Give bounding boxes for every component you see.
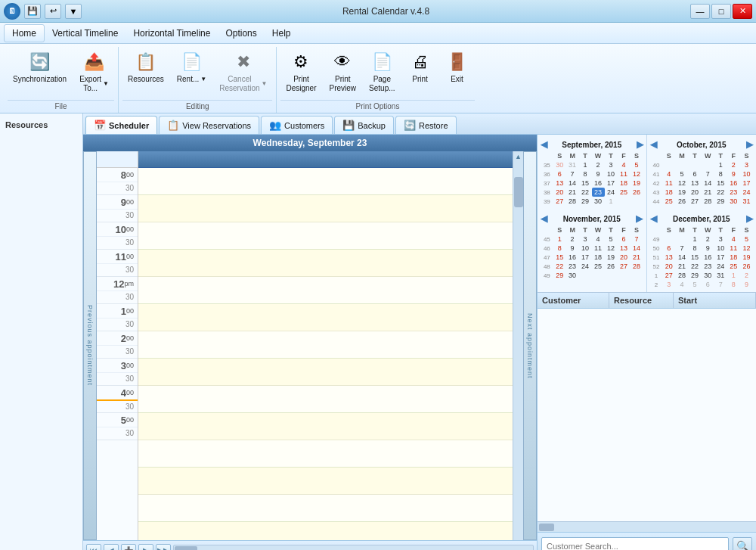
print-preview-icon: 👁 — [330, 50, 355, 74]
scroll-up-btn[interactable]: ▲ — [514, 151, 523, 162]
oct-prev-btn[interactable]: ◀ — [650, 139, 657, 150]
print-designer-button[interactable]: ⚙ PrintDesigner — [280, 47, 321, 96]
menu-options[interactable]: Options — [218, 25, 264, 42]
mini-cal-september: ◀ September, 2015 ▶ SMTWTFS 35 30311 — [538, 135, 647, 209]
oct-next-btn[interactable]: ▶ — [746, 139, 753, 150]
tab-view-reservations[interactable]: 📋 View Reservations — [159, 116, 259, 134]
sync-label: Synchronization — [13, 75, 67, 84]
nav-first-btn[interactable]: ⏮ — [86, 544, 101, 550]
tab-scheduler[interactable]: 📅 Scheduler — [85, 116, 157, 134]
customer-search-input[interactable] — [541, 537, 729, 551]
nav-last-btn[interactable]: ▶▶ — [156, 544, 171, 550]
sep-month-label: September, 2015 — [562, 141, 621, 149]
reservations-header: Customer Resource Start — [538, 293, 756, 309]
print-button[interactable]: 🖨 Print — [403, 47, 438, 96]
time-slot-12: 12pm 30 — [97, 277, 138, 304]
time-slot-1pm: 100 30 — [97, 304, 138, 331]
sync-button[interactable]: 🔄 Synchronization — [8, 47, 72, 96]
tab-customers[interactable]: 👥 Customers — [261, 116, 333, 134]
editing-group-label: Editing — [122, 100, 272, 113]
time-slot-2pm: 200 30 — [97, 331, 138, 359]
scheduler-scrollbar-v[interactable]: ▲ — [513, 151, 523, 540]
print-designer-label: PrintDesigner — [286, 75, 316, 93]
right-panel: ◀ September, 2015 ▶ SMTWTFS 35 30311 — [537, 135, 756, 550]
quick-access-more[interactable]: ▼ — [65, 4, 82, 19]
nov-month-label: November, 2015 — [563, 215, 621, 223]
cancel-icon: ✖ — [231, 50, 256, 74]
resources-label: Resources — [4, 117, 79, 132]
quick-access-save[interactable]: 💾 — [24, 4, 41, 19]
time-slot-4pm: 400 30 — [97, 386, 138, 413]
export-icon: 📤 — [82, 50, 107, 74]
window-controls: — □ ✕ — [690, 4, 752, 19]
dec-prev-btn[interactable]: ◀ — [650, 213, 657, 224]
exit-icon: 🚪 — [445, 50, 469, 74]
customer-search-button[interactable]: 🔍 — [733, 537, 752, 551]
next-appointment-btn[interactable]: Next appointment — [523, 151, 537, 540]
res-scroll-thumb[interactable] — [539, 524, 554, 531]
nav-add-btn[interactable]: ➕ — [121, 544, 136, 550]
mini-calendars: ◀ September, 2015 ▶ SMTWTFS 35 30311 — [538, 135, 756, 293]
app-logo: 🗓 — [4, 3, 20, 20]
ribbon: 🔄 Synchronization 📤 ExportTo... ▼ File 📋… — [0, 44, 756, 113]
menu-vertical-timeline[interactable]: Vertical Timeline — [45, 25, 125, 42]
ribbon-group-print: ⚙ PrintDesigner 👁 PrintPreview 📄 PageSet… — [277, 47, 478, 113]
ribbon-group-file: 🔄 Synchronization 📤 ExportTo... ▼ File — [4, 47, 119, 113]
nov-prev-btn[interactable]: ◀ — [541, 213, 547, 224]
tab-restore[interactable]: 🔄 Restore — [395, 116, 457, 134]
print-preview-button[interactable]: 👁 PrintPreview — [324, 47, 362, 96]
maximize-button[interactable]: □ — [711, 4, 731, 19]
resources-button[interactable]: 📋 Resources — [122, 47, 169, 96]
nov-next-btn[interactable]: ▶ — [636, 213, 643, 224]
rent-label: Rent... ▼ — [177, 75, 206, 84]
menu-horizontal-timeline[interactable]: Horizontal Timeline — [125, 25, 218, 42]
restore-tab-label: Restore — [419, 121, 448, 130]
nav-prev-btn[interactable]: ◀ — [104, 544, 119, 550]
dec-next-btn[interactable]: ▶ — [746, 213, 753, 224]
backup-tab-label: Backup — [358, 121, 386, 130]
menu-help[interactable]: Help — [265, 25, 299, 42]
close-button[interactable]: ✕ — [733, 4, 752, 19]
mini-cal-december: ◀ December, 2015 ▶ SMTWTFS 49 12345 — [647, 209, 757, 292]
time-column: 800 30 900 30 1000 30 — [97, 151, 138, 540]
view-reservations-tab-label: View Reservations — [182, 121, 251, 130]
nav-next-btn[interactable]: ▶ — [138, 544, 153, 550]
scheduler-date-header: Wednesday, September 23 — [83, 135, 537, 151]
tab-backup[interactable]: 💾 Backup — [334, 116, 394, 134]
print-icon: 🖨 — [408, 50, 432, 74]
prev-appointment-btn[interactable]: Previous appointment — [83, 151, 97, 540]
export-button[interactable]: 📤 ExportTo... ▼ — [74, 47, 114, 96]
mini-cal-october: ◀ October, 2015 ▶ SMTWTFS 40 123 — [647, 135, 757, 209]
schedule-grid[interactable] — [138, 151, 513, 540]
page-setup-icon: 📄 — [370, 50, 394, 74]
sep-prev-btn[interactable]: ◀ — [541, 139, 547, 150]
rent-button[interactable]: 📄 Rent... ▼ — [172, 47, 212, 96]
quick-access-undo[interactable]: ↩ — [45, 4, 61, 19]
time-slot-11: 1100 30 — [97, 250, 138, 277]
page-setup-label: PageSetup... — [369, 75, 395, 93]
resources-icon: 📋 — [134, 50, 158, 74]
scheduler-tab-label: Scheduler — [109, 121, 149, 130]
page-setup-button[interactable]: 📄 PageSetup... — [364, 47, 400, 96]
print-preview-label: PrintPreview — [330, 75, 357, 93]
print-designer-icon: ⚙ — [289, 50, 313, 74]
scroll-thumb[interactable] — [514, 177, 523, 207]
print-group-label: Print Options — [280, 100, 474, 113]
exit-label: Exit — [451, 75, 463, 84]
window-title: Rental Calendar v.4.8 — [82, 6, 690, 17]
menu-bar: Home Vertical Timeline Horizontal Timeli… — [0, 23, 756, 44]
title-bar: 🗓 💾 ↩ ▼ Rental Calendar v.4.8 — □ ✕ — [0, 0, 756, 23]
sep-next-btn[interactable]: ▶ — [637, 139, 643, 150]
ribbon-group-editing: 📋 Resources 📄 Rent... ▼ ✖ CancelReservat… — [119, 47, 277, 113]
reservations-list[interactable] — [538, 309, 756, 521]
res-col-resource: Resource — [609, 293, 674, 308]
time-slot-3pm: 300 30 — [97, 359, 138, 386]
menu-home[interactable]: Home — [4, 24, 45, 42]
exit-button[interactable]: 🚪 Exit — [440, 47, 475, 96]
scheduler-scrollbar-h[interactable] — [173, 545, 534, 550]
minimize-button[interactable]: — — [690, 4, 710, 19]
cancel-reservation-button[interactable]: ✖ CancelReservation ▼ — [214, 47, 272, 96]
time-slot-5pm: 500 30 — [97, 413, 138, 440]
reservations-scrollbar-h[interactable] — [538, 521, 756, 532]
scroll-h-thumb[interactable] — [175, 546, 197, 550]
